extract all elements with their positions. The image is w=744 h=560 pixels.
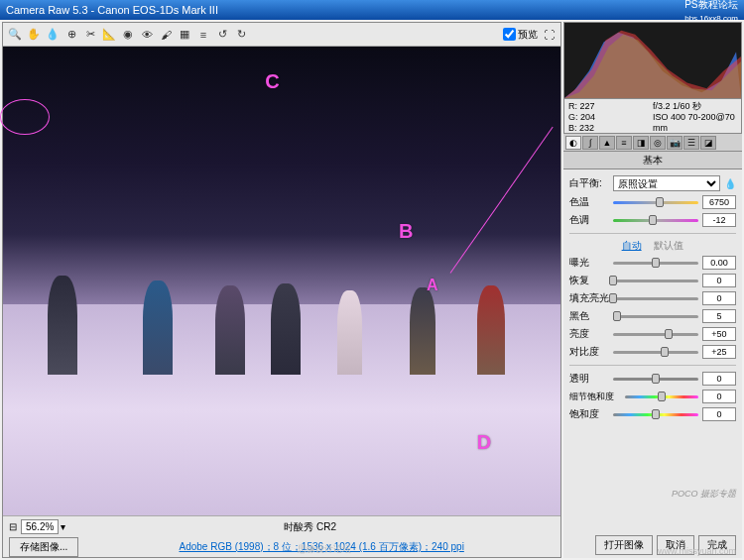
- save-image-button[interactable]: 存储图像...: [9, 537, 78, 557]
- source-watermark: 思缘设计论坛: [298, 543, 351, 556]
- app-title: Camera Raw 5.3 - Canon EOS-1Ds Mark III: [6, 4, 218, 16]
- right-panel: R: 227 G: 204 B: 232 f/3.2 1/60 秒 ISO 40…: [563, 22, 742, 558]
- photo-content: A B C D: [3, 47, 560, 515]
- sat-input[interactable]: [702, 407, 736, 421]
- tab-preset-icon[interactable]: ☰: [683, 136, 699, 150]
- wb-select[interactable]: 原照设置: [613, 175, 720, 191]
- tab-camera-icon[interactable]: 📷: [667, 136, 682, 150]
- recovery-slider[interactable]: [613, 275, 698, 286]
- annotation-marker-c: C: [265, 70, 279, 93]
- page-watermark: www.missyuan.com: [658, 546, 736, 556]
- tab-lens-icon[interactable]: ◎: [650, 136, 666, 150]
- black-slider[interactable]: [613, 310, 698, 322]
- exposure-input[interactable]: [702, 256, 736, 270]
- tab-snapshot-icon[interactable]: ◪: [700, 136, 716, 150]
- annotation-circle: [0, 99, 50, 135]
- tab-curve-icon[interactable]: ∫: [582, 136, 598, 150]
- tab-hsl-icon[interactable]: ≡: [616, 136, 632, 150]
- readout-panel: R: 227 G: 204 B: 232 f/3.2 1/60 秒 ISO 40…: [563, 99, 742, 134]
- sat-label: 饱和度: [569, 407, 609, 421]
- r-value: 227: [580, 101, 595, 111]
- rotate-ccw-icon[interactable]: ↺: [214, 27, 230, 43]
- exposure-slider[interactable]: [613, 257, 698, 269]
- zoom-dropdown-icon[interactable]: ▾: [61, 521, 65, 532]
- clarity-label: 透明: [569, 372, 609, 386]
- fill-input[interactable]: [702, 291, 736, 305]
- gradient-tool-icon[interactable]: ▦: [177, 27, 192, 43]
- toolbar: 🔍 ✋ 💧 ⊕ ✂ 📐 ◉ 👁 🖌 ▦ ≡ ↺ ↻ 预览 ⛶: [3, 23, 560, 47]
- contrast-slider[interactable]: [613, 346, 698, 358]
- titlebar: Camera Raw 5.3 - Canon EOS-1Ds Mark III …: [0, 0, 744, 20]
- bright-label: 亮度: [569, 327, 609, 341]
- wb-label: 白平衡:: [569, 176, 609, 190]
- eyedropper-icon[interactable]: 💧: [724, 178, 736, 189]
- wb-tool-icon[interactable]: 💧: [45, 27, 61, 43]
- auto-link[interactable]: 自动: [622, 240, 642, 251]
- tab-split-icon[interactable]: ◨: [633, 136, 649, 150]
- exposure-label: 曝光: [569, 256, 609, 270]
- info-bar: 存储图像... Adobe RGB (1998)；8 位；1536 x 1024…: [3, 537, 560, 557]
- hand-tool-icon[interactable]: ✋: [26, 27, 42, 43]
- straighten-tool-icon[interactable]: 📐: [101, 27, 117, 43]
- bright-input[interactable]: [702, 327, 736, 341]
- tint-label: 色调: [569, 213, 609, 227]
- redeye-tool-icon[interactable]: 👁: [139, 27, 155, 43]
- g-value: 204: [580, 112, 595, 122]
- open-button[interactable]: 打开图像: [595, 535, 653, 555]
- sat-slider[interactable]: [613, 408, 698, 420]
- temp-slider[interactable]: [613, 196, 698, 208]
- vibrance-slider[interactable]: [625, 391, 698, 402]
- shutter-value: 1/60 秒: [673, 101, 701, 111]
- titlebar-right: PS教程论坛 bbs.16xx8.com: [684, 0, 738, 23]
- preview-checkbox[interactable]: 预览: [503, 28, 538, 42]
- tab-basic-icon[interactable]: ◐: [565, 136, 581, 150]
- black-label: 黑色: [569, 309, 609, 323]
- poco-watermark: POCO 摄影专题: [672, 488, 736, 501]
- histogram[interactable]: [563, 22, 742, 99]
- tint-slider[interactable]: [613, 214, 698, 226]
- basic-controls: 白平衡: 原照设置 💧 色温 色调 自动 默认值 曝光: [563, 169, 742, 532]
- exif-readout: f/3.2 1/60 秒 ISO 400 70-200@70 mm: [653, 101, 737, 131]
- spot-tool-icon[interactable]: ◉: [120, 27, 136, 43]
- main-area: 🔍 ✋ 💧 ⊕ ✂ 📐 ◉ 👁 🖌 ▦ ≡ ↺ ↻ 预览 ⛶: [0, 20, 744, 560]
- contrast-label: 对比度: [569, 345, 609, 359]
- panel-title: 基本: [563, 152, 742, 169]
- rotate-cw-icon[interactable]: ↻: [233, 27, 249, 43]
- tab-detail-icon[interactable]: ▲: [599, 136, 615, 150]
- nav-prev-icon[interactable]: ⊟: [9, 521, 17, 532]
- adjust-brush-icon[interactable]: 🖌: [158, 27, 174, 43]
- filename-label: 时酸秀 CR2: [284, 520, 336, 534]
- temp-label: 色温: [569, 195, 609, 209]
- bright-slider[interactable]: [613, 328, 698, 340]
- contrast-input[interactable]: [702, 345, 736, 359]
- annotation-marker-b: B: [399, 220, 413, 243]
- annotation-marker-d: D: [477, 431, 491, 454]
- aperture-value: f/3.2: [653, 101, 671, 111]
- b-value: 232: [579, 123, 594, 133]
- default-link[interactable]: 默认值: [654, 240, 683, 251]
- iso-value: ISO 400: [653, 112, 685, 122]
- fill-slider[interactable]: [613, 292, 698, 304]
- fill-label: 填充亮光: [569, 291, 609, 305]
- fullscreen-icon[interactable]: ⛶: [541, 27, 557, 43]
- rgb-readout: R: 227 G: 204 B: 232: [568, 101, 653, 131]
- clarity-input[interactable]: [702, 372, 736, 386]
- recovery-label: 恢复: [569, 274, 609, 287]
- black-input[interactable]: [702, 309, 736, 323]
- recovery-input[interactable]: [702, 274, 736, 287]
- zoom-tool-icon[interactable]: 🔍: [7, 27, 23, 43]
- zoom-select[interactable]: 56.2%: [21, 519, 59, 534]
- image-preview-area[interactable]: A B C D: [3, 47, 560, 515]
- temp-input[interactable]: [702, 195, 736, 209]
- vibrance-input[interactable]: [702, 390, 736, 403]
- sampler-tool-icon[interactable]: ⊕: [63, 27, 79, 43]
- clarity-slider[interactable]: [613, 373, 698, 385]
- left-panel: 🔍 ✋ 💧 ⊕ ✂ 📐 ◉ 👁 🖌 ▦ ≡ ↺ ↻ 预览 ⛶: [2, 22, 561, 558]
- tint-input[interactable]: [702, 213, 736, 227]
- preview-check-input[interactable]: [503, 28, 516, 41]
- annotation-marker-a: A: [427, 277, 438, 294]
- crop-tool-icon[interactable]: ✂: [82, 27, 98, 43]
- prefs-icon[interactable]: ≡: [195, 27, 211, 43]
- panel-tabs: ◐ ∫ ▲ ≡ ◨ ◎ 📷 ☰ ◪: [563, 134, 742, 152]
- vibrance-label: 细节饱和度: [569, 391, 621, 403]
